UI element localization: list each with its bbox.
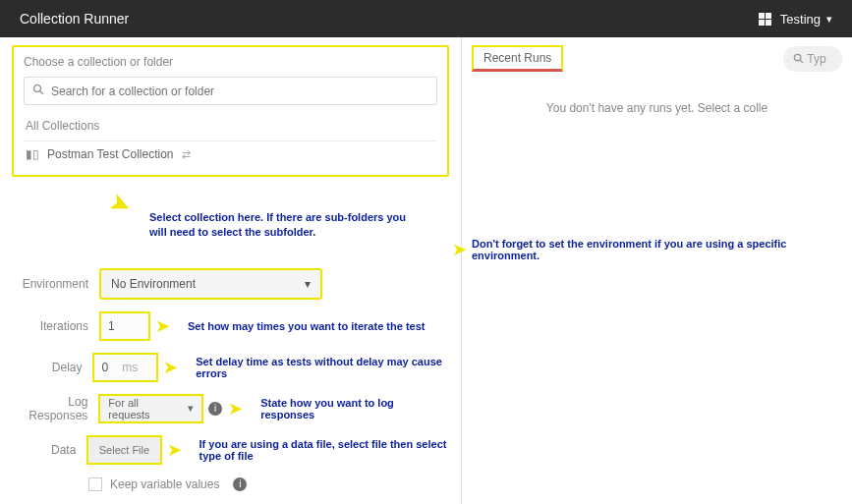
arrow-icon: ➤: [167, 439, 182, 461]
chevron-down-icon: ▾: [826, 13, 832, 26]
search-icon: [793, 53, 804, 64]
chevron-down-icon: ▾: [188, 402, 194, 415]
info-icon[interactable]: i: [233, 477, 247, 491]
annotation-delay: Set delay time as tests without delay ma…: [196, 356, 449, 379]
annotation-environment: Don't forget to set the environment if y…: [472, 238, 825, 261]
svg-point-2: [794, 54, 800, 60]
log-responses-label: Log Responses: [12, 395, 99, 422]
environment-label: Environment: [12, 277, 100, 291]
arrow-icon: ➤: [106, 188, 137, 220]
annotation-text: Select collection here. If there are sub…: [149, 210, 415, 240]
environment-dropdown[interactable]: No Environment ▾: [100, 269, 321, 299]
arrow-icon: ➤: [452, 239, 467, 260]
collection-row[interactable]: ▮▯ Postman Test Collection ⇄: [24, 140, 437, 167]
keep-values-label: Keep variable values: [110, 477, 219, 491]
choose-collection-panel: Choose a collection or folder All Collec…: [12, 45, 449, 177]
recent-runs-tab[interactable]: Recent Runs: [472, 45, 563, 72]
delay-label: Delay: [12, 361, 93, 374]
collection-search-input[interactable]: [51, 84, 428, 98]
arrow-icon: ➤: [163, 357, 178, 378]
runs-search[interactable]: Typ: [783, 46, 842, 72]
collection-search[interactable]: [24, 77, 437, 105]
header-env-label: Testing: [780, 12, 821, 27]
empty-runs-message: You don't have any runs yet. Select a co…: [472, 101, 842, 115]
delay-input[interactable]: 0 ms: [93, 354, 157, 381]
keep-values-checkbox[interactable]: [88, 477, 102, 491]
search-icon: [32, 84, 44, 98]
svg-point-0: [34, 85, 41, 92]
all-collections-label: All Collections: [24, 115, 437, 140]
select-file-button[interactable]: Select File: [87, 436, 160, 464]
app-title: Collection Runner: [20, 11, 129, 27]
arrow-icon: ➤: [155, 315, 170, 337]
chevron-down-icon: ▾: [305, 277, 311, 291]
log-responses-dropdown[interactable]: For all requests ▾: [99, 395, 202, 422]
collection-name: Postman Test Collection: [47, 147, 174, 161]
iterations-input[interactable]: 1: [100, 312, 149, 340]
iterations-label: Iterations: [12, 319, 100, 333]
share-icon: ⇄: [182, 148, 191, 161]
choose-title: Choose a collection or folder: [24, 55, 437, 69]
folder-icon: ▮▯: [26, 147, 39, 161]
annotation-log: State how you want to log responses: [260, 397, 449, 420]
annotation-data: If you are using a data file, select fil…: [199, 438, 449, 462]
info-icon[interactable]: i: [208, 402, 222, 416]
environment-value: No Environment: [111, 277, 196, 291]
data-label: Data: [12, 443, 87, 457]
arrow-icon: ➤: [228, 398, 243, 420]
annotation-iterations: Set how may times you want to iterate th…: [188, 320, 425, 332]
right-pane: Recent Runs Typ You don't have any runs …: [462, 37, 852, 504]
grid-icon: [759, 12, 772, 26]
header-bar: Collection Runner Testing ▾: [0, 0, 852, 37]
left-pane: Choose a collection or folder All Collec…: [0, 37, 462, 504]
header-environment[interactable]: Testing ▾: [759, 12, 832, 27]
annotation-collection: ➤ Select collection here. If there are s…: [12, 191, 449, 240]
svg-line-3: [800, 60, 803, 63]
svg-line-1: [40, 91, 44, 95]
